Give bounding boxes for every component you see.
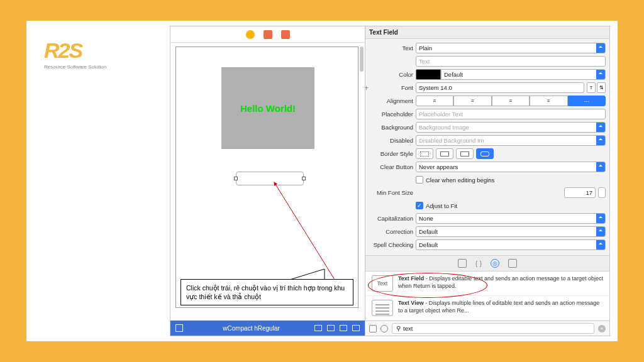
text-type-select[interactable]: Plain — [416, 43, 606, 53]
callout-text: Click chuột trái, rê chuột vào vị trí th… — [186, 284, 345, 300]
color-label: Color — [369, 71, 413, 78]
text-label: Text — [369, 45, 413, 52]
font-stepper-icon[interactable]: ⇅ — [597, 82, 606, 93]
placed-textfield[interactable] — [236, 172, 304, 185]
spell-label: Spell Checking — [369, 241, 413, 248]
resize-handle-right[interactable] — [302, 177, 306, 180]
textview-icon — [372, 300, 393, 316]
spell-select[interactable]: Default — [416, 239, 606, 250]
search-value: text — [403, 325, 413, 332]
disabled-label: Disabled — [369, 137, 413, 144]
plus-icon[interactable]: + — [365, 84, 369, 92]
search-icon: ⚲ — [396, 325, 401, 332]
device-frame: Hello World! — [175, 47, 358, 308]
align-left-button[interactable]: ≡ — [416, 96, 453, 106]
color-select[interactable]: Default — [441, 69, 606, 80]
hello-label: Hello World! — [240, 103, 296, 114]
align-right-button[interactable]: ≡ — [492, 96, 530, 106]
align-natural-button[interactable]: --- — [568, 96, 606, 106]
library-item-textfield[interactable]: Text Text Field - Displays editable text… — [365, 272, 609, 296]
placeholder-input[interactable]: Placeholder Text — [416, 109, 606, 119]
border-bezel-button[interactable] — [456, 148, 474, 159]
clear-editing-checkbox[interactable] — [416, 176, 423, 184]
toolbar-icon-3[interactable] — [281, 30, 290, 39]
resize-handle-left[interactable] — [234, 177, 238, 180]
disabled-select[interactable]: Disabled Background Im — [416, 135, 606, 146]
toolbar-icon-2[interactable] — [264, 30, 272, 39]
adjust-fit-checkbox[interactable]: ✓ — [416, 202, 423, 209]
capitalization-select[interactable]: None — [416, 213, 606, 224]
bottombar-icon-3[interactable] — [340, 325, 347, 331]
toolbar-icon-1[interactable] — [246, 30, 255, 39]
border-rounded-button[interactable] — [476, 148, 494, 159]
logo-mark: R2S — [44, 38, 82, 63]
min-font-stepper[interactable] — [598, 187, 606, 198]
library-item-textview[interactable]: Text View - Displays multiple lines of e… — [365, 296, 609, 321]
clear-button-label: Clear Button — [369, 163, 413, 170]
border-line-button[interactable] — [436, 148, 453, 159]
library-tab-object-icon[interactable]: ◎ — [491, 259, 499, 268]
bottombar-icon-4[interactable] — [352, 325, 360, 331]
library-tab-file-icon[interactable] — [458, 259, 467, 268]
grid-view-icon[interactable] — [369, 325, 377, 332]
size-class-label[interactable]: wCompact hRegular — [188, 325, 314, 332]
align-justify-button[interactable]: ≡ — [530, 96, 567, 106]
canvas-scrollbar[interactable] — [360, 47, 364, 72]
instruction-callout: Click chuột trái, rê chuột vào vị trí th… — [180, 279, 353, 305]
textfield-icon: Text — [372, 275, 393, 292]
border-style-label: Border Style — [369, 150, 413, 157]
xcode-window: Hello World! Click chuột trái, rê chuột … — [170, 26, 610, 336]
background-label: Background — [369, 124, 413, 131]
correction-select[interactable]: Default — [416, 226, 606, 237]
min-font-input[interactable]: 17 — [564, 187, 596, 198]
list-view-icon[interactable] — [380, 325, 388, 332]
clear-editing-label: Clear when editing begins — [426, 177, 494, 184]
adjust-fit-label: Adjust to Fit — [426, 202, 457, 209]
color-swatch[interactable] — [416, 69, 441, 80]
font-t-icon[interactable]: T — [587, 82, 596, 93]
object-library: Text Text Field - Displays editable text… — [365, 272, 609, 321]
bottombar-icon-left[interactable] — [175, 324, 183, 332]
alignment-label: Alignment — [369, 97, 413, 104]
min-font-label: Min Font Size — [369, 189, 413, 196]
background-select[interactable]: Background Image — [416, 122, 606, 133]
border-none-button[interactable] — [416, 148, 433, 159]
library-search-bar: ⚲ text × — [365, 321, 609, 336]
inspector-title: Text Field — [365, 26, 609, 39]
gray-view[interactable]: Hello World! — [221, 67, 314, 149]
font-label: Font — [369, 84, 413, 91]
logo-tagline: Resource Software Solution — [44, 64, 106, 70]
library-tab-media-icon[interactable] — [508, 259, 517, 268]
library-item-desc: Text View - Displays multiple lines of e… — [398, 300, 603, 314]
clear-button-select[interactable]: Never appears — [416, 162, 606, 172]
inspector-pane: Text Field Text Plain Text Color — [365, 26, 609, 336]
correction-label: Correction — [369, 228, 413, 235]
placeholder-label: Placeholder — [369, 111, 413, 118]
bottombar-icon-1[interactable] — [314, 325, 322, 331]
font-select[interactable]: System 14.0 — [416, 82, 584, 93]
library-tab-code-icon[interactable]: { } — [475, 260, 482, 267]
canvas-body[interactable]: Hello World! Click chuột trái, rê chuột … — [170, 43, 365, 336]
bottombar-icon-2[interactable] — [327, 325, 335, 331]
canvas-toolbar — [170, 26, 365, 43]
align-center-button[interactable]: ≡ — [453, 96, 491, 106]
canvas-bottom-bar: wCompact hRegular — [170, 321, 365, 336]
text-value-input[interactable]: Text — [416, 56, 606, 67]
capitalization-label: Capitalization — [369, 215, 413, 222]
library-tabbar: { } ◎ — [365, 255, 609, 272]
brand-logo: R2S Resource Software Solution — [44, 38, 106, 70]
clear-search-button[interactable]: × — [598, 325, 606, 332]
canvas-pane: Hello World! Click chuột trái, rê chuột … — [170, 26, 365, 336]
library-search-input[interactable]: ⚲ text — [392, 323, 594, 334]
library-item-desc: Text Field - Displays editable text and … — [398, 275, 603, 290]
